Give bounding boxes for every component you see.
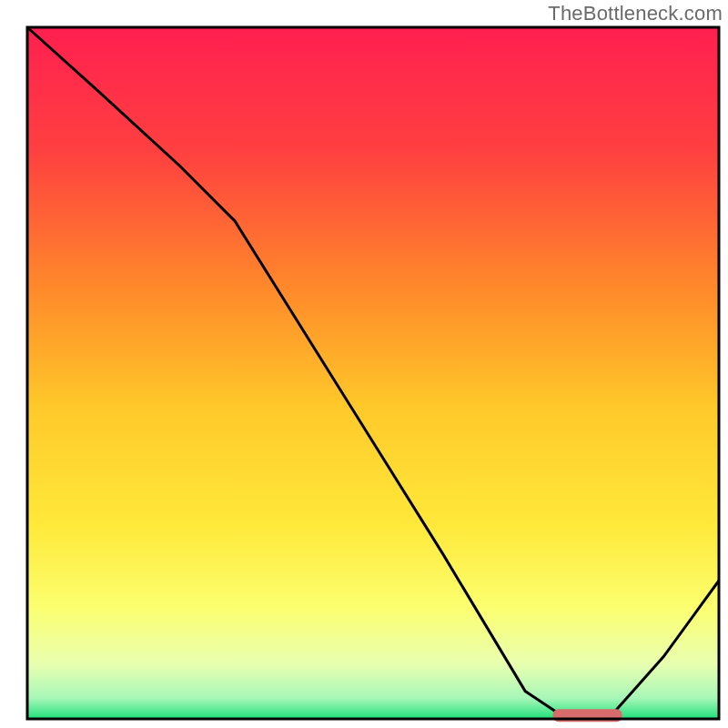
- watermark-text: TheBottleneck.com: [548, 2, 723, 25]
- plot-background: [27, 27, 719, 719]
- chart-container: { "watermark": "TheBottleneck.com", "cha…: [0, 0, 728, 728]
- bottleneck-chart: [0, 0, 728, 728]
